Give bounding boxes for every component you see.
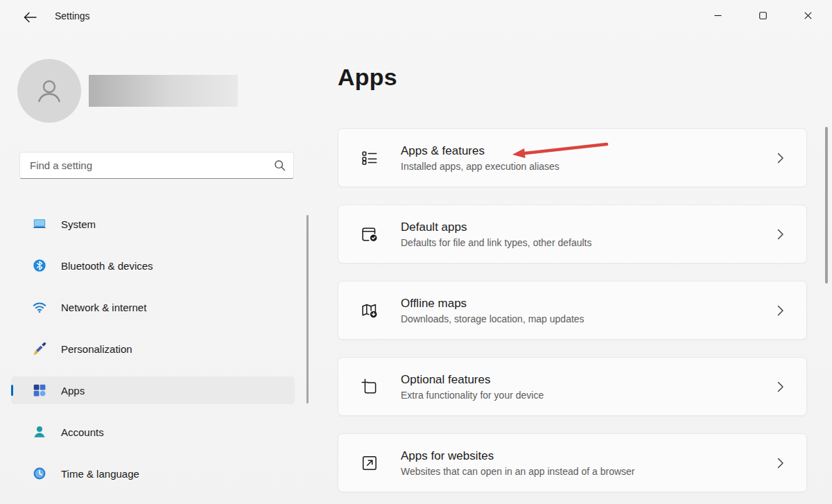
titlebar: Settings xyxy=(0,0,832,33)
chevron-right-icon xyxy=(776,458,786,469)
card-subtitle: Extra functionality for your device xyxy=(401,390,776,401)
sidebar-item-label: Network & internet xyxy=(61,302,146,313)
sidebar-item-personalization[interactable]: Personalization xyxy=(11,335,295,363)
card-apps-for-websites[interactable]: Apps for websites Websites that can open… xyxy=(338,433,807,492)
accounts-icon xyxy=(32,424,47,440)
personalization-icon xyxy=(32,341,47,356)
selected-indicator xyxy=(11,385,13,396)
sidebar-item-accounts[interactable]: Accounts xyxy=(11,418,295,446)
maximize-button[interactable] xyxy=(740,0,786,31)
sidebar-item-system[interactable]: System xyxy=(11,210,295,238)
window-controls xyxy=(695,0,831,31)
minimize-button[interactable] xyxy=(695,0,740,31)
search-box xyxy=(19,152,294,179)
network-icon xyxy=(32,299,47,315)
sidebar-item-label: System xyxy=(61,218,96,230)
sidebar-item-label: Time & language xyxy=(61,468,139,480)
window-title: Settings xyxy=(55,10,90,21)
time-language-icon xyxy=(32,466,47,481)
user-name-redacted xyxy=(89,75,238,107)
chevron-right-icon xyxy=(776,381,786,392)
sidebar-item-label: Apps xyxy=(61,385,85,397)
chevron-right-icon xyxy=(776,229,786,240)
sidebar-nav: System Bluetooth & devices xyxy=(11,210,295,501)
window-scrollbar[interactable] xyxy=(825,127,828,284)
default-apps-icon xyxy=(361,225,379,243)
card-offline-maps[interactable]: Offline maps Downloads, storage location… xyxy=(338,281,807,340)
sidebar-item-bluetooth-devices[interactable]: Bluetooth & devices xyxy=(11,252,295,279)
person-icon xyxy=(33,74,66,107)
card-subtitle: Installed apps, app execution aliases xyxy=(401,161,776,172)
card-title: Optional features xyxy=(401,372,776,387)
card-apps-and-features[interactable]: Apps & features Installed apps, app exec… xyxy=(338,128,807,187)
close-icon xyxy=(804,12,812,19)
settings-window: Settings xyxy=(0,0,832,504)
card-subtitle: Websites that can open in an app instead… xyxy=(401,466,776,477)
sidebar-item-label: Accounts xyxy=(61,426,104,438)
apps-icon xyxy=(32,383,47,398)
search-icon[interactable] xyxy=(266,159,293,171)
bluetooth-icon xyxy=(32,258,47,273)
sidebar-item-label: Personalization xyxy=(61,343,132,355)
sidebar-item-network-internet[interactable]: Network & internet xyxy=(11,293,295,321)
chevron-right-icon xyxy=(776,153,786,164)
back-arrow-icon xyxy=(24,12,37,23)
minimize-icon xyxy=(714,12,722,19)
card-subtitle: Downloads, storage location, map updates xyxy=(401,313,776,324)
system-icon xyxy=(32,216,47,232)
sidebar-item-time-language[interactable]: Time & language xyxy=(11,460,295,487)
apps-for-websites-icon xyxy=(361,454,379,472)
card-subtitle: Defaults for file and link types, other … xyxy=(401,237,776,248)
card-title: Offline maps xyxy=(401,296,776,311)
card-title: Default apps xyxy=(401,220,776,234)
offline-maps-icon xyxy=(361,302,379,320)
sidebar-scrollbar[interactable] xyxy=(306,215,309,403)
close-button[interactable] xyxy=(786,0,831,31)
search-input[interactable] xyxy=(20,153,266,178)
card-default-apps[interactable]: Default apps Defaults for file and link … xyxy=(338,205,807,263)
sidebar-item-label: Bluetooth & devices xyxy=(61,260,153,272)
card-title: Apps for websites xyxy=(401,449,776,463)
apps-features-icon xyxy=(361,149,379,167)
chevron-right-icon xyxy=(776,305,786,316)
card-optional-features[interactable]: Optional features Extra functionality fo… xyxy=(338,357,807,416)
back-button[interactable] xyxy=(15,7,44,28)
page-title: Apps xyxy=(338,64,397,91)
card-title: Apps & features xyxy=(401,144,776,158)
sidebar-item-apps[interactable]: Apps xyxy=(11,376,295,404)
avatar[interactable] xyxy=(17,59,81,123)
optional-features-icon xyxy=(361,378,379,396)
maximize-icon xyxy=(759,12,767,19)
